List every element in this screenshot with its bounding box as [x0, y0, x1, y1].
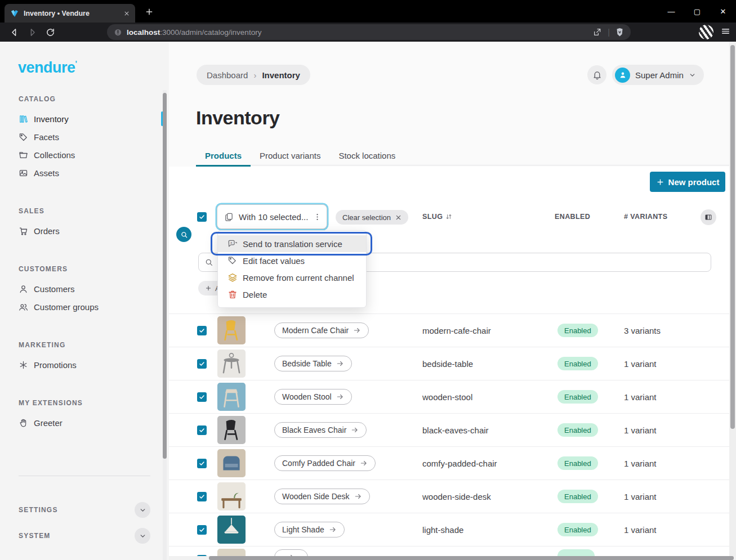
sidebar-section-header: CUSTOMERS [0, 265, 163, 273]
chevron-down-icon[interactable] [135, 528, 150, 544]
column-header-enabled: ENABLED [555, 213, 590, 221]
sidebar-section-settings[interactable]: SETTINGS [19, 502, 150, 518]
sidebar-item-collections[interactable]: Collections [0, 146, 163, 164]
site-info-icon[interactable] [114, 28, 122, 37]
horizontal-scrollbar[interactable] [169, 556, 736, 560]
user-name: Super Admin [635, 70, 684, 80]
user-icon [19, 284, 28, 294]
product-name-link[interactable]: Wooden Side Desk [274, 489, 370, 504]
reload-icon[interactable] [43, 25, 57, 39]
product-thumbnail [217, 449, 246, 477]
sidebar-item-orders[interactable]: Orders [0, 222, 163, 240]
status-badge: Enabled [557, 324, 598, 337]
browser-window: Inventory • Vendure — ▢ ✕ localhost:3000… [0, 0, 736, 560]
breadcrumb[interactable]: Dashboard › Inventory [197, 65, 310, 85]
row-checkbox[interactable] [197, 359, 207, 369]
user-menu[interactable]: Super Admin [612, 65, 704, 85]
bulk-actions-button[interactable]: With 10 selected... [217, 204, 327, 229]
chevron-down-icon[interactable] [135, 502, 150, 518]
product-slug: comfy-padded-chair [422, 459, 497, 468]
maximize-icon[interactable]: ▢ [684, 0, 710, 23]
status-badge: Enabled [557, 423, 598, 437]
product-name-link[interactable]: Comfy Padded Chair [274, 455, 376, 471]
product-thumbnail [217, 350, 246, 378]
breadcrumb-dashboard[interactable]: Dashboard [207, 70, 248, 80]
user-avatar [615, 68, 630, 83]
tab-product-variants[interactable]: Product variants [251, 146, 329, 165]
share-icon[interactable] [593, 28, 602, 37]
variant-count: 1 variant [624, 525, 657, 535]
sidebar-section-header: CATALOG [0, 95, 163, 103]
tab-stock-locations[interactable]: Stock locations [329, 146, 404, 165]
row-checkbox[interactable] [197, 492, 207, 501]
tab-products[interactable]: Products [196, 146, 251, 165]
product-name-link[interactable]: Bedside Table [274, 356, 352, 371]
sidebar-section: MY EXTENSIONS Greeter [0, 399, 163, 432]
sidebar-item-greeter[interactable]: Greeter [0, 414, 163, 432]
sidebar-item-customers[interactable]: Customers [0, 280, 163, 298]
forward-icon[interactable] [25, 25, 39, 39]
row-checkbox[interactable] [197, 459, 207, 468]
menu-item-send-to-translation-service[interactable]: a Send to translation service [218, 235, 366, 252]
product-name-link[interactable]: Wooden Stool [274, 389, 352, 405]
variant-count: 3 variants [624, 326, 661, 335]
clear-selection-button[interactable]: Clear selection [336, 210, 408, 225]
product-name-link[interactable]: Light Shade [274, 522, 345, 537]
new-tab-icon[interactable] [143, 6, 155, 18]
back-icon[interactable] [7, 25, 21, 39]
brave-shields-icon[interactable] [615, 28, 624, 37]
url-bar[interactable]: localhost:3000/admin/catalog/inventory | [107, 24, 631, 40]
column-header-slug[interactable]: SLUG [422, 213, 453, 221]
product-name-link[interactable]: Modern Cafe Chair [274, 322, 369, 338]
row-checkbox[interactable] [197, 392, 207, 402]
row-checkbox[interactable] [197, 326, 207, 335]
sidebar-item-promotions[interactable]: Promotions [0, 356, 163, 374]
browser-tab[interactable]: Inventory • Vendure [5, 4, 135, 23]
sidebar-section-header: MY EXTENSIONS [0, 399, 163, 407]
sidebar-section-system[interactable]: SYSTEM [19, 528, 150, 544]
sidebar-section: CATALOG Inventory Facets Collections Ass… [0, 95, 163, 182]
new-product-button[interactable]: New product [650, 172, 725, 192]
table-row: Wooden Side Desk wooden-side-desk Enable… [169, 480, 729, 513]
status-badge: Enabled [557, 490, 598, 503]
row-checkbox[interactable] [197, 525, 207, 535]
column-settings-button[interactable] [701, 209, 716, 225]
variant-count: 1 variant [624, 425, 657, 435]
variant-count: 1 variant [624, 492, 657, 501]
page-title: Inventory [196, 107, 280, 129]
cart-icon [19, 226, 28, 236]
sidebar-item-customer-groups[interactable]: Customer groups [0, 298, 163, 316]
vertical-scrollbar[interactable] [729, 42, 736, 556]
search-fab-button[interactable] [176, 227, 191, 242]
sidebar-item-inventory[interactable]: Inventory [0, 110, 163, 128]
menu-item-edit-facet-values[interactable]: Edit facet values [218, 252, 366, 269]
minimize-icon[interactable]: — [658, 0, 684, 23]
arrow-right-icon [351, 426, 359, 434]
product-thumbnail [217, 416, 246, 444]
column-header-variants: # VARIANTS [624, 213, 667, 221]
browser-profile-avatar[interactable] [699, 25, 713, 39]
clear-x-icon [395, 214, 402, 221]
browser-menu-icon[interactable] [721, 26, 730, 36]
promotions-icon [19, 360, 28, 370]
product-name-link[interactable]: Black Eaves Chair [274, 422, 367, 438]
tag-icon [19, 132, 28, 142]
image-icon [19, 168, 28, 178]
row-checkbox[interactable] [197, 425, 207, 435]
tab-close-icon[interactable] [124, 11, 130, 16]
product-slug: light-shade [422, 525, 463, 535]
select-all-checkbox[interactable] [197, 212, 207, 222]
close-icon[interactable]: ✕ [710, 0, 736, 23]
sidebar-item-assets[interactable]: Assets [0, 164, 163, 182]
trash-icon [228, 289, 238, 299]
arrow-right-icon [329, 526, 337, 534]
users-icon [19, 302, 28, 312]
table-row: Modern Cafe Chair modern-cafe-chair Enab… [169, 313, 729, 347]
menu-item-remove-from-current-channel[interactable]: Remove from current channel [218, 269, 366, 286]
sidebar-scrollbar[interactable] [163, 90, 167, 560]
menu-item-delete[interactable]: Delete [218, 286, 366, 303]
sidebar-item-facets[interactable]: Facets [0, 128, 163, 146]
table-row: Comfy Padded Chair comfy-padded-chair En… [169, 446, 729, 480]
bulk-actions-label: With 10 selected... [239, 212, 308, 222]
notifications-button[interactable] [587, 65, 606, 84]
